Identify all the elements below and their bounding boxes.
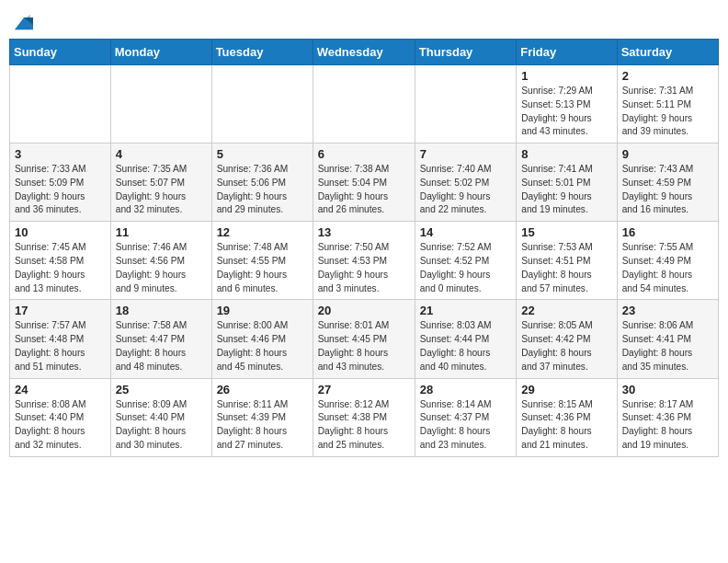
calendar-cell: 13Sunrise: 7:50 AMSunset: 4:53 PMDayligh…: [313, 222, 415, 300]
calendar-header-wednesday: Wednesday: [313, 40, 415, 65]
day-number: 1: [521, 69, 611, 83]
calendar-header-friday: Friday: [517, 40, 617, 65]
calendar-week-row: 24Sunrise: 8:08 AMSunset: 4:40 PMDayligh…: [10, 378, 719, 456]
day-number: 22: [521, 304, 611, 317]
day-number: 16: [622, 225, 713, 239]
day-info: Sunrise: 8:01 AMSunset: 4:45 PMDaylight:…: [318, 319, 410, 373]
calendar-week-row: 3Sunrise: 7:33 AMSunset: 5:09 PMDaylight…: [10, 144, 719, 222]
logo-icon: [15, 13, 33, 31]
day-number: 20: [318, 304, 410, 317]
day-number: 17: [15, 304, 106, 317]
day-number: 26: [217, 383, 308, 396]
day-info: Sunrise: 7:33 AMSunset: 5:09 PMDaylight:…: [15, 163, 106, 217]
day-info: Sunrise: 8:00 AMSunset: 4:46 PMDaylight:…: [217, 319, 308, 373]
calendar-cell: 26Sunrise: 8:11 AMSunset: 4:39 PMDayligh…: [211, 378, 313, 456]
day-info: Sunrise: 7:52 AMSunset: 4:52 PMDaylight:…: [420, 241, 511, 295]
day-info: Sunrise: 7:40 AMSunset: 5:02 PMDaylight:…: [420, 163, 511, 217]
calendar-header-monday: Monday: [110, 40, 211, 65]
calendar-cell: 22Sunrise: 8:05 AMSunset: 4:42 PMDayligh…: [517, 300, 617, 378]
calendar-cell: 30Sunrise: 8:17 AMSunset: 4:36 PMDayligh…: [617, 378, 718, 456]
day-number: 11: [116, 225, 207, 239]
day-info: Sunrise: 7:58 AMSunset: 4:47 PMDaylight:…: [116, 319, 207, 373]
day-number: 4: [116, 147, 207, 161]
calendar-cell: 7Sunrise: 7:40 AMSunset: 5:02 PMDaylight…: [415, 144, 516, 222]
calendar-week-row: 10Sunrise: 7:45 AMSunset: 4:58 PMDayligh…: [10, 222, 719, 300]
page-header: [9, 9, 719, 31]
calendar-cell: 3Sunrise: 7:33 AMSunset: 5:09 PMDaylight…: [10, 144, 111, 222]
day-number: 8: [521, 147, 611, 161]
calendar-cell: 14Sunrise: 7:52 AMSunset: 4:52 PMDayligh…: [415, 222, 516, 300]
day-info: Sunrise: 7:50 AMSunset: 4:53 PMDaylight:…: [318, 241, 410, 295]
calendar-cell: 10Sunrise: 7:45 AMSunset: 4:58 PMDayligh…: [10, 222, 111, 300]
day-number: 29: [521, 383, 611, 396]
day-info: Sunrise: 8:05 AMSunset: 4:42 PMDaylight:…: [521, 319, 611, 373]
calendar-cell: 21Sunrise: 8:03 AMSunset: 4:44 PMDayligh…: [415, 300, 516, 378]
day-info: Sunrise: 8:12 AMSunset: 4:38 PMDaylight:…: [318, 398, 410, 453]
day-info: Sunrise: 7:55 AMSunset: 4:49 PMDaylight:…: [622, 241, 713, 295]
calendar-cell: 2Sunrise: 7:31 AMSunset: 5:11 PMDaylight…: [617, 65, 718, 144]
calendar-cell: 4Sunrise: 7:35 AMSunset: 5:07 PMDaylight…: [110, 144, 211, 222]
calendar-cell: 12Sunrise: 7:48 AMSunset: 4:55 PMDayligh…: [211, 222, 313, 300]
day-info: Sunrise: 7:31 AMSunset: 5:11 PMDaylight:…: [622, 85, 713, 139]
day-number: 18: [116, 304, 207, 317]
calendar-cell: 1Sunrise: 7:29 AMSunset: 5:13 PMDaylight…: [517, 65, 617, 144]
calendar-cell: 20Sunrise: 8:01 AMSunset: 4:45 PMDayligh…: [313, 300, 415, 378]
calendar-cell: 5Sunrise: 7:36 AMSunset: 5:06 PMDaylight…: [211, 144, 313, 222]
calendar-cell: 19Sunrise: 8:00 AMSunset: 4:46 PMDayligh…: [211, 300, 313, 378]
calendar-cell: 17Sunrise: 7:57 AMSunset: 4:48 PMDayligh…: [10, 300, 111, 378]
day-number: 5: [217, 147, 308, 161]
day-number: 6: [318, 147, 410, 161]
day-info: Sunrise: 7:36 AMSunset: 5:06 PMDaylight:…: [217, 163, 308, 217]
calendar-header-saturday: Saturday: [617, 40, 718, 65]
day-info: Sunrise: 8:15 AMSunset: 4:36 PMDaylight:…: [521, 398, 611, 453]
day-info: Sunrise: 7:43 AMSunset: 4:59 PMDaylight:…: [622, 163, 713, 217]
calendar-cell: [415, 65, 516, 144]
day-info: Sunrise: 7:45 AMSunset: 4:58 PMDaylight:…: [15, 241, 106, 295]
day-number: 30: [622, 383, 713, 396]
day-number: 28: [420, 383, 511, 396]
day-number: 10: [15, 225, 106, 239]
calendar-cell: [110, 65, 211, 144]
calendar-header-row: SundayMondayTuesdayWednesdayThursdayFrid…: [10, 40, 719, 65]
day-number: 27: [318, 383, 410, 396]
day-info: Sunrise: 8:09 AMSunset: 4:40 PMDaylight:…: [116, 398, 207, 453]
calendar-header-sunday: Sunday: [10, 40, 111, 65]
day-number: 2: [622, 69, 713, 83]
calendar-cell: 23Sunrise: 8:06 AMSunset: 4:41 PMDayligh…: [617, 300, 718, 378]
day-number: 14: [420, 225, 511, 239]
calendar-cell: 6Sunrise: 7:38 AMSunset: 5:04 PMDaylight…: [313, 144, 415, 222]
calendar-cell: 18Sunrise: 7:58 AMSunset: 4:47 PMDayligh…: [110, 300, 211, 378]
calendar-table: SundayMondayTuesdayWednesdayThursdayFrid…: [9, 39, 719, 457]
day-info: Sunrise: 7:41 AMSunset: 5:01 PMDaylight:…: [521, 163, 611, 217]
calendar-cell: [313, 65, 415, 144]
day-number: 21: [420, 304, 511, 317]
day-number: 3: [15, 147, 106, 161]
day-info: Sunrise: 8:06 AMSunset: 4:41 PMDaylight:…: [622, 319, 713, 373]
day-number: 23: [622, 304, 713, 317]
day-info: Sunrise: 7:57 AMSunset: 4:48 PMDaylight:…: [15, 319, 106, 373]
calendar-cell: 29Sunrise: 8:15 AMSunset: 4:36 PMDayligh…: [517, 378, 617, 456]
calendar-week-row: 17Sunrise: 7:57 AMSunset: 4:48 PMDayligh…: [10, 300, 719, 378]
day-number: 24: [15, 383, 106, 396]
calendar-cell: [211, 65, 313, 144]
logo: [13, 13, 33, 31]
day-info: Sunrise: 7:46 AMSunset: 4:56 PMDaylight:…: [116, 241, 207, 295]
day-info: Sunrise: 7:38 AMSunset: 5:04 PMDaylight:…: [318, 163, 410, 217]
calendar-cell: 9Sunrise: 7:43 AMSunset: 4:59 PMDaylight…: [617, 144, 718, 222]
day-info: Sunrise: 7:29 AMSunset: 5:13 PMDaylight:…: [521, 85, 611, 139]
calendar-header-tuesday: Tuesday: [211, 40, 313, 65]
calendar-cell: 25Sunrise: 8:09 AMSunset: 4:40 PMDayligh…: [110, 378, 211, 456]
day-info: Sunrise: 7:35 AMSunset: 5:07 PMDaylight:…: [116, 163, 207, 217]
calendar-cell: 16Sunrise: 7:55 AMSunset: 4:49 PMDayligh…: [617, 222, 718, 300]
day-info: Sunrise: 7:53 AMSunset: 4:51 PMDaylight:…: [521, 241, 611, 295]
day-info: Sunrise: 8:17 AMSunset: 4:36 PMDaylight:…: [622, 398, 713, 453]
day-info: Sunrise: 8:14 AMSunset: 4:37 PMDaylight:…: [420, 398, 511, 453]
calendar-cell: 28Sunrise: 8:14 AMSunset: 4:37 PMDayligh…: [415, 378, 516, 456]
day-number: 7: [420, 147, 511, 161]
day-number: 15: [521, 225, 611, 239]
day-info: Sunrise: 8:08 AMSunset: 4:40 PMDaylight:…: [15, 398, 106, 453]
day-number: 9: [622, 147, 713, 161]
calendar-cell: 24Sunrise: 8:08 AMSunset: 4:40 PMDayligh…: [10, 378, 111, 456]
day-number: 13: [318, 225, 410, 239]
day-info: Sunrise: 8:03 AMSunset: 4:44 PMDaylight:…: [420, 319, 511, 373]
